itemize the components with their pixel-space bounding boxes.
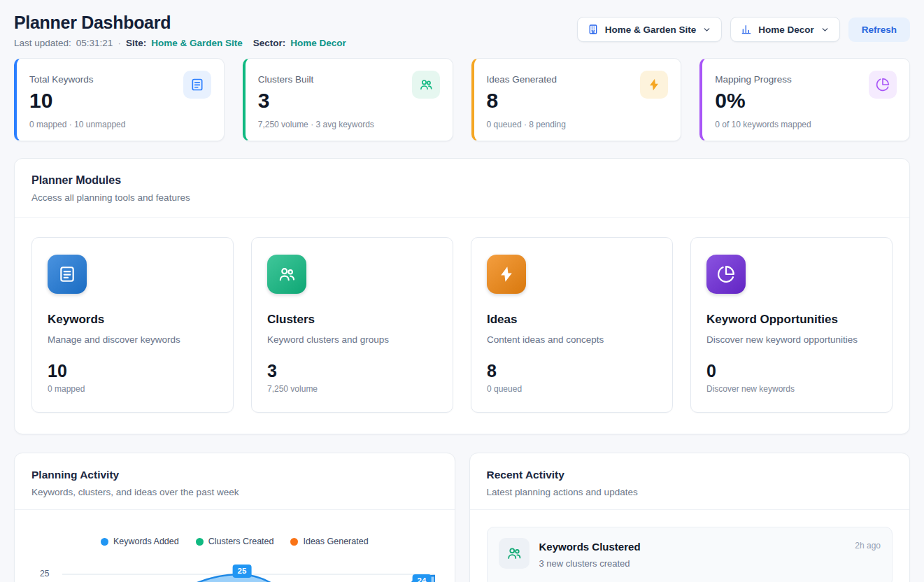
stat-text: Total Keywords 10 (29, 71, 94, 113)
users-icon (267, 255, 306, 294)
recent-activity-panel: Recent Activity Latest planning actions … (469, 453, 911, 582)
stat-text: Mapping Progress 0% (715, 71, 792, 113)
legend-label: Keywords Added (113, 537, 179, 546)
planning-activity-chart: 25 25 24 (29, 556, 441, 582)
y-axis-tick-25: 25 (40, 569, 49, 579)
module-subtext: Discover new keywords (706, 384, 876, 394)
module-title: Clusters (267, 313, 437, 327)
chart-legend: Keywords Added Clusters Created Ideas Ge… (29, 537, 441, 546)
module-subtext: 0 mapped (48, 384, 218, 394)
stat-text: Ideas Generated 8 (487, 71, 557, 113)
bolt-icon (640, 71, 668, 99)
stat-subtext: 0 queued · 8 pending (487, 120, 669, 129)
recent-activity-header: Recent Activity Latest planning actions … (470, 453, 910, 510)
users-icon (499, 538, 529, 569)
stats-row: Total Keywords 10 0 mapped · 10 unmapped… (14, 58, 910, 141)
modules-title: Planner Modules (31, 174, 893, 187)
bottom-panels: Planning Activity Keywords, clusters, an… (14, 453, 910, 582)
module-value: 0 (706, 362, 876, 380)
activity-content: Keywords Clustered 3 new clusters create… (539, 538, 846, 569)
activity-title: Keywords Clustered (539, 541, 846, 553)
recent-activity-body: Keywords Clustered 3 new clusters create… (470, 510, 910, 582)
legend-label: Clusters Created (208, 537, 274, 546)
pie-chart-icon (706, 255, 746, 294)
activity-description: 3 new clusters created (539, 558, 846, 569)
site-link[interactable]: Home & Garden Site (151, 38, 243, 48)
meta-row: Last updated: 05:31:21 · Site: Home & Ga… (14, 38, 346, 48)
chevron-down-icon (820, 25, 830, 34)
stat-value: 0% (715, 89, 792, 113)
stat-value: 8 (487, 89, 557, 113)
modules-grid: Keywords Manage and discover keywords 10… (15, 218, 909, 434)
pie-chart-icon (869, 71, 897, 99)
module-title: Ideas (487, 313, 657, 327)
bolt-icon (487, 255, 526, 294)
legend-item-ideas-generated[interactable]: Ideas Generated (290, 537, 368, 546)
stat-label: Mapping Progress (715, 71, 792, 85)
sector-selector-dropdown[interactable]: Home Decor (730, 17, 840, 42)
modules-header: Planner Modules Access all planning tool… (15, 159, 909, 218)
module-description: Content ideas and concepts (487, 334, 657, 345)
data-point-label: 25 (233, 565, 252, 578)
legend-dot (101, 538, 108, 546)
activity-list-item: Keywords Clustered 3 new clusters create… (487, 527, 893, 582)
planning-activity-subtitle: Keywords, clusters, and ideas over the p… (31, 487, 438, 497)
modules-subtitle: Access all planning tools and features (31, 192, 893, 203)
document-icon (183, 71, 211, 99)
stat-top: Mapping Progress 0% (715, 71, 897, 113)
stat-label: Total Keywords (29, 71, 94, 85)
module-value: 8 (487, 362, 657, 380)
module-description: Discover new keyword opportunities (706, 334, 876, 345)
stat-top: Total Keywords 10 (29, 71, 211, 113)
module-value: 10 (48, 362, 218, 380)
stat-subtext: 7,250 volume · 3 avg keywords (258, 120, 440, 129)
stat-top: Clusters Built 3 (258, 71, 440, 113)
recent-activity-subtitle: Latest planning actions and updates (487, 487, 893, 497)
chevron-down-icon (702, 25, 711, 34)
site-selector-dropdown[interactable]: Home & Garden Site (577, 17, 723, 42)
data-point-label: 24 (413, 574, 432, 582)
module-card-keywords[interactable]: Keywords Manage and discover keywords 10… (31, 237, 234, 413)
sector-link[interactable]: Home Decor (290, 38, 346, 48)
users-icon (412, 71, 440, 99)
module-description: Keyword clusters and groups (267, 334, 437, 345)
module-value: 3 (267, 362, 437, 380)
stat-label: Ideas Generated (487, 71, 557, 85)
module-card-clusters[interactable]: Clusters Keyword clusters and groups 3 7… (251, 237, 453, 413)
recent-activity-title: Recent Activity (487, 469, 893, 481)
planner-dashboard-page: { "header": { "title": "Planner Dashboar… (0, 0, 924, 582)
legend-label: Ideas Generated (303, 537, 368, 546)
stat-value: 3 (258, 89, 314, 113)
planning-activity-panel: Planning Activity Keywords, clusters, an… (14, 453, 455, 582)
module-description: Manage and discover keywords (48, 334, 218, 345)
stat-label: Clusters Built (258, 71, 314, 85)
topbar-controls: Home & Garden Site Home Decor Refresh (577, 17, 910, 42)
activity-timestamp: 2h ago (855, 541, 881, 551)
stat-subtext: 0 of 10 keywords mapped (715, 120, 897, 129)
refresh-button[interactable]: Refresh (848, 17, 910, 42)
document-icon (48, 255, 87, 294)
stat-text: Clusters Built 3 (258, 71, 314, 113)
sector-selector-label: Home Decor (758, 24, 814, 35)
stat-top: Ideas Generated 8 (487, 71, 669, 113)
module-title: Keyword Opportunities (706, 313, 876, 327)
planning-activity-header: Planning Activity Keywords, clusters, an… (15, 453, 455, 510)
stat-subtext: 0 mapped · 10 unmapped (29, 120, 211, 129)
legend-dot (196, 538, 204, 546)
legend-item-keywords-added[interactable]: Keywords Added (101, 537, 179, 546)
legend-item-clusters-created[interactable]: Clusters Created (196, 537, 274, 546)
sector-label: Sector: (253, 38, 286, 48)
planning-activity-body: Keywords Added Clusters Created Ideas Ge… (15, 510, 455, 582)
module-subtext: 0 queued (487, 384, 657, 394)
site-label: Site: (126, 38, 146, 48)
last-updated-label: Last updated: (14, 38, 71, 48)
bar-chart-icon (741, 24, 752, 35)
building-icon (588, 24, 599, 35)
planning-activity-title: Planning Activity (31, 469, 438, 481)
topbar-left: Planner Dashboard Last updated: 05:31:21… (14, 13, 346, 48)
module-card-ideas[interactable]: Ideas Content ideas and concepts 8 0 que… (471, 237, 673, 413)
page-title: Planner Dashboard (14, 13, 346, 32)
module-card-keyword-opportunities[interactable]: Keyword Opportunities Discover new keywo… (690, 237, 893, 413)
legend-dot (290, 538, 298, 546)
stat-card-clusters-built: Clusters Built 3 7,250 volume · 3 avg ke… (243, 58, 453, 141)
